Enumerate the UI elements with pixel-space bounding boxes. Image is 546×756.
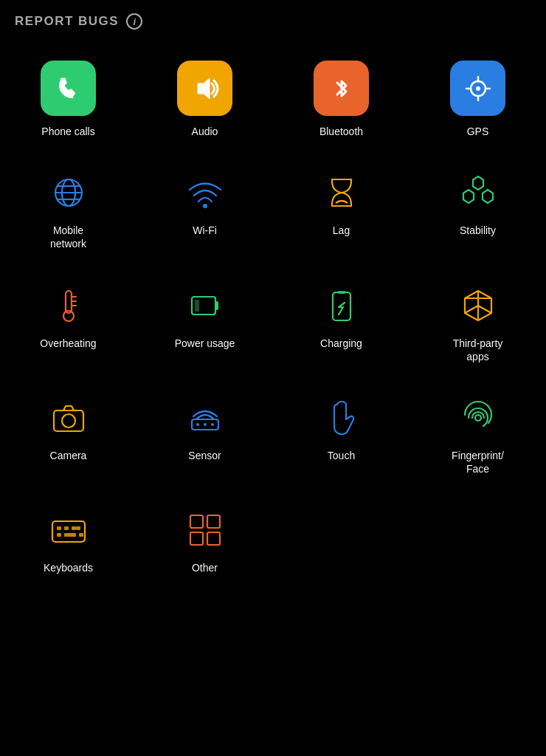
third-party-apps-icon <box>456 284 500 328</box>
fingerprint-face-label: Fingerprint/Face <box>452 449 504 475</box>
svg-rect-39 <box>52 521 85 542</box>
bluetooth-label: Bluetooth <box>319 125 363 138</box>
sensor-label: Sensor <box>188 449 221 462</box>
svg-rect-25 <box>195 300 199 312</box>
audio-icon <box>177 61 232 116</box>
category-item-gps[interactable]: GPS <box>410 44 546 154</box>
sensor-icon <box>183 396 227 440</box>
svg-line-30 <box>465 306 478 313</box>
svg-point-33 <box>62 414 75 427</box>
category-item-lag[interactable]: Lag <box>273 154 410 267</box>
category-item-stability[interactable]: Stability <box>410 154 546 267</box>
header: REPORT BUGS i <box>0 0 546 37</box>
svg-rect-47 <box>190 515 203 528</box>
category-item-audio[interactable]: Audio <box>136 44 273 154</box>
power-usage-icon <box>183 284 227 328</box>
svg-rect-49 <box>190 532 203 545</box>
svg-point-38 <box>475 415 481 421</box>
third-party-apps-label: Third-partyapps <box>453 337 503 363</box>
wifi-label: Wi-Fi <box>193 224 217 237</box>
svg-point-2 <box>476 86 480 91</box>
wifi-icon <box>183 171 227 215</box>
lag-label: Lag <box>333 224 350 237</box>
svg-rect-42 <box>72 526 76 530</box>
svg-marker-15 <box>473 176 483 190</box>
category-item-touch[interactable]: Touch <box>273 379 410 492</box>
phone-calls-icon <box>41 61 96 116</box>
page-title: REPORT BUGS <box>15 14 119 29</box>
bluetooth-icon <box>314 61 369 116</box>
touch-icon <box>319 396 364 440</box>
svg-rect-50 <box>207 532 220 545</box>
svg-rect-48 <box>207 515 220 528</box>
keyboards-icon <box>46 508 91 552</box>
category-item-mobile-network[interactable]: Mobilenetwork <box>0 154 136 267</box>
audio-label: Audio <box>192 125 218 138</box>
svg-point-35 <box>196 423 199 426</box>
category-item-fingerprint-face[interactable]: Fingerprint/Face <box>410 379 546 492</box>
svg-marker-17 <box>483 190 493 203</box>
svg-marker-0 <box>198 78 210 99</box>
svg-rect-44 <box>64 533 76 537</box>
stability-icon <box>456 171 500 215</box>
charging-icon <box>319 284 364 328</box>
phone-calls-label: Phone calls <box>41 125 94 138</box>
category-item-bluetooth[interactable]: Bluetooth <box>273 44 410 154</box>
stability-label: Stability <box>460 224 496 237</box>
svg-rect-43 <box>57 533 61 537</box>
category-item-wifi[interactable]: Wi-Fi <box>136 154 273 267</box>
other-icon <box>183 508 227 552</box>
category-item-keyboards[interactable]: Keyboards <box>0 492 136 591</box>
gps-icon <box>450 61 505 116</box>
svg-rect-45 <box>79 533 83 537</box>
other-label: Other <box>192 561 218 574</box>
bug-category-grid: Phone calls Audio Bluetooth GPS Mobilene… <box>0 37 546 599</box>
svg-rect-41 <box>64 526 69 530</box>
svg-rect-18 <box>66 291 72 313</box>
svg-rect-24 <box>215 301 218 310</box>
category-item-charging[interactable]: Charging <box>273 267 410 379</box>
category-item-overheating[interactable]: Overheating <box>0 267 136 379</box>
category-item-phone-calls[interactable]: Phone calls <box>0 44 136 154</box>
keyboards-label: Keyboards <box>44 561 93 574</box>
svg-line-31 <box>478 306 491 313</box>
category-item-third-party-apps[interactable]: Third-partyapps <box>410 267 546 379</box>
svg-point-36 <box>204 423 207 426</box>
mobile-network-icon <box>46 171 91 215</box>
svg-rect-46 <box>76 526 80 530</box>
touch-label: Touch <box>328 449 355 462</box>
category-item-power-usage[interactable]: Power usage <box>136 267 273 379</box>
svg-point-37 <box>211 423 214 426</box>
svg-rect-40 <box>57 526 61 530</box>
camera-icon <box>46 396 91 440</box>
lag-icon <box>319 171 364 215</box>
category-item-camera[interactable]: Camera <box>0 379 136 492</box>
overheating-label: Overheating <box>40 337 96 350</box>
gps-label: GPS <box>467 125 489 138</box>
overheating-icon <box>46 284 91 328</box>
category-item-other[interactable]: Other <box>136 492 273 591</box>
charging-label: Charging <box>320 337 362 350</box>
mobile-network-label: Mobilenetwork <box>50 224 86 250</box>
fingerprint-face-icon <box>456 396 500 440</box>
svg-marker-16 <box>463 190 474 203</box>
info-icon[interactable]: i <box>126 13 142 30</box>
power-usage-label: Power usage <box>175 337 235 350</box>
camera-label: Camera <box>50 449 87 462</box>
category-item-sensor[interactable]: Sensor <box>136 379 273 492</box>
svg-point-12 <box>203 204 207 208</box>
